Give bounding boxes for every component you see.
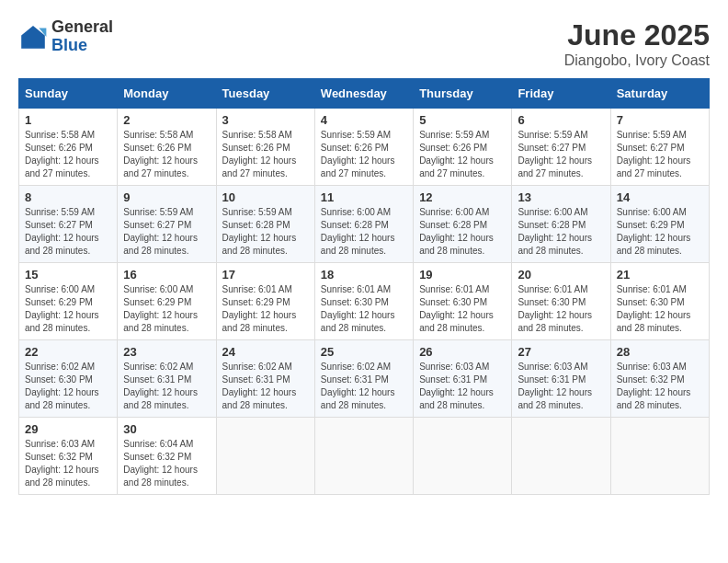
calendar-body: 1Sunrise: 5:58 AM Sunset: 6:26 PM Daylig… <box>19 109 710 495</box>
day-number: 19 <box>419 268 506 282</box>
cell-1-0: 8Sunrise: 5:59 AM Sunset: 6:27 PM Daylig… <box>19 186 118 263</box>
day-info: Sunrise: 6:01 AM Sunset: 6:30 PM Dayligh… <box>419 283 506 335</box>
day-info: Sunrise: 5:59 AM Sunset: 6:27 PM Dayligh… <box>25 206 111 258</box>
cell-4-5 <box>512 418 610 495</box>
day-number: 8 <box>25 190 111 204</box>
day-info: Sunrise: 5:59 AM Sunset: 6:27 PM Dayligh… <box>617 129 703 180</box>
day-number: 21 <box>617 268 703 282</box>
header-sunday: Sunday <box>19 79 118 109</box>
calendar-title: June 2025 <box>564 18 710 52</box>
day-info: Sunrise: 6:00 AM Sunset: 6:29 PM Dayligh… <box>25 283 111 335</box>
day-number: 27 <box>518 345 604 359</box>
day-number: 5 <box>419 113 506 127</box>
day-number: 2 <box>123 113 210 127</box>
header-row: SundayMondayTuesdayWednesdayThursdayFrid… <box>19 79 710 109</box>
cell-2-3: 18Sunrise: 6:01 AM Sunset: 6:30 PM Dayli… <box>314 263 413 340</box>
day-info: Sunrise: 5:59 AM Sunset: 6:27 PM Dayligh… <box>123 206 210 258</box>
day-number: 22 <box>25 345 111 359</box>
day-info: Sunrise: 6:00 AM Sunset: 6:28 PM Dayligh… <box>518 206 604 258</box>
day-number: 29 <box>25 422 111 436</box>
day-info: Sunrise: 6:01 AM Sunset: 6:30 PM Dayligh… <box>617 283 703 335</box>
day-info: Sunrise: 5:58 AM Sunset: 6:26 PM Dayligh… <box>222 129 309 180</box>
cell-4-1: 30Sunrise: 6:04 AM Sunset: 6:32 PM Dayli… <box>118 418 216 495</box>
day-info: Sunrise: 5:59 AM Sunset: 6:26 PM Dayligh… <box>419 129 506 180</box>
logo: General Blue <box>18 18 113 55</box>
day-info: Sunrise: 6:02 AM Sunset: 6:31 PM Dayligh… <box>123 361 210 412</box>
day-info: Sunrise: 6:03 AM Sunset: 6:32 PM Dayligh… <box>25 438 111 489</box>
day-info: Sunrise: 6:03 AM Sunset: 6:31 PM Dayligh… <box>419 361 506 412</box>
week-row-2: 8Sunrise: 5:59 AM Sunset: 6:27 PM Daylig… <box>19 186 710 263</box>
day-info: Sunrise: 6:00 AM Sunset: 6:29 PM Dayligh… <box>123 283 210 335</box>
day-number: 13 <box>518 190 604 204</box>
day-info: Sunrise: 6:00 AM Sunset: 6:29 PM Dayligh… <box>617 206 703 258</box>
day-info: Sunrise: 6:00 AM Sunset: 6:28 PM Dayligh… <box>321 206 407 258</box>
day-info: Sunrise: 5:59 AM Sunset: 6:27 PM Dayligh… <box>518 129 604 180</box>
day-number: 28 <box>617 345 703 359</box>
day-number: 4 <box>321 113 407 127</box>
week-row-5: 29Sunrise: 6:03 AM Sunset: 6:32 PM Dayli… <box>19 418 710 495</box>
day-info: Sunrise: 6:03 AM Sunset: 6:32 PM Dayligh… <box>617 361 703 412</box>
week-row-3: 15Sunrise: 6:00 AM Sunset: 6:29 PM Dayli… <box>19 263 710 340</box>
day-number: 9 <box>123 190 210 204</box>
page-header: General Blue June 2025 Diangobo, Ivory C… <box>18 18 710 69</box>
day-info: Sunrise: 6:01 AM Sunset: 6:29 PM Dayligh… <box>222 283 309 335</box>
day-number: 24 <box>222 345 309 359</box>
header-friday: Friday <box>512 79 610 109</box>
cell-0-3: 4Sunrise: 5:59 AM Sunset: 6:26 PM Daylig… <box>314 109 413 186</box>
day-number: 25 <box>321 345 407 359</box>
cell-3-4: 26Sunrise: 6:03 AM Sunset: 6:31 PM Dayli… <box>414 340 512 418</box>
logo-general: General <box>51 18 113 37</box>
day-number: 20 <box>518 268 604 282</box>
cell-1-6: 14Sunrise: 6:00 AM Sunset: 6:29 PM Dayli… <box>610 186 709 263</box>
cell-3-5: 27Sunrise: 6:03 AM Sunset: 6:31 PM Dayli… <box>512 340 610 418</box>
cell-0-4: 5Sunrise: 5:59 AM Sunset: 6:26 PM Daylig… <box>414 109 512 186</box>
logo-icon <box>18 22 48 52</box>
day-info: Sunrise: 6:03 AM Sunset: 6:31 PM Dayligh… <box>518 361 604 412</box>
day-number: 6 <box>518 113 604 127</box>
cell-3-3: 25Sunrise: 6:02 AM Sunset: 6:31 PM Dayli… <box>314 340 413 418</box>
day-number: 14 <box>617 190 703 204</box>
day-number: 15 <box>25 268 111 282</box>
day-info: Sunrise: 5:59 AM Sunset: 6:28 PM Dayligh… <box>222 206 309 258</box>
cell-0-2: 3Sunrise: 5:58 AM Sunset: 6:26 PM Daylig… <box>216 109 314 186</box>
cell-3-1: 23Sunrise: 6:02 AM Sunset: 6:31 PM Dayli… <box>118 340 216 418</box>
cell-1-5: 13Sunrise: 6:00 AM Sunset: 6:28 PM Dayli… <box>512 186 610 263</box>
header-thursday: Thursday <box>414 79 512 109</box>
day-number: 11 <box>321 190 407 204</box>
day-number: 23 <box>123 345 210 359</box>
calendar-header: SundayMondayTuesdayWednesdayThursdayFrid… <box>19 79 710 109</box>
cell-2-5: 20Sunrise: 6:01 AM Sunset: 6:30 PM Dayli… <box>512 263 610 340</box>
week-row-1: 1Sunrise: 5:58 AM Sunset: 6:26 PM Daylig… <box>19 109 710 186</box>
cell-4-4 <box>414 418 512 495</box>
header-monday: Monday <box>118 79 216 109</box>
cell-2-1: 16Sunrise: 6:00 AM Sunset: 6:29 PM Dayli… <box>118 263 216 340</box>
day-number: 1 <box>25 113 111 127</box>
day-info: Sunrise: 6:01 AM Sunset: 6:30 PM Dayligh… <box>518 283 604 335</box>
day-number: 26 <box>419 345 506 359</box>
cell-3-0: 22Sunrise: 6:02 AM Sunset: 6:30 PM Dayli… <box>19 340 118 418</box>
day-info: Sunrise: 5:59 AM Sunset: 6:26 PM Dayligh… <box>321 129 407 180</box>
day-number: 7 <box>617 113 703 127</box>
cell-2-2: 17Sunrise: 6:01 AM Sunset: 6:29 PM Dayli… <box>216 263 314 340</box>
day-info: Sunrise: 6:01 AM Sunset: 6:30 PM Dayligh… <box>321 283 407 335</box>
header-tuesday: Tuesday <box>216 79 314 109</box>
day-number: 17 <box>222 268 309 282</box>
header-saturday: Saturday <box>610 79 709 109</box>
cell-4-2 <box>216 418 314 495</box>
cell-3-6: 28Sunrise: 6:03 AM Sunset: 6:32 PM Dayli… <box>610 340 709 418</box>
cell-0-0: 1Sunrise: 5:58 AM Sunset: 6:26 PM Daylig… <box>19 109 118 186</box>
cell-0-5: 6Sunrise: 5:59 AM Sunset: 6:27 PM Daylig… <box>512 109 610 186</box>
day-info: Sunrise: 6:00 AM Sunset: 6:28 PM Dayligh… <box>419 206 506 258</box>
cell-4-0: 29Sunrise: 6:03 AM Sunset: 6:32 PM Dayli… <box>19 418 118 495</box>
title-section: June 2025 Diangobo, Ivory Coast <box>564 18 710 69</box>
cell-2-6: 21Sunrise: 6:01 AM Sunset: 6:30 PM Dayli… <box>610 263 709 340</box>
calendar-table: SundayMondayTuesdayWednesdayThursdayFrid… <box>18 78 710 495</box>
cell-4-3 <box>314 418 413 495</box>
cell-2-4: 19Sunrise: 6:01 AM Sunset: 6:30 PM Dayli… <box>414 263 512 340</box>
day-info: Sunrise: 6:02 AM Sunset: 6:31 PM Dayligh… <box>222 361 309 412</box>
week-row-4: 22Sunrise: 6:02 AM Sunset: 6:30 PM Dayli… <box>19 340 710 418</box>
day-number: 12 <box>419 190 506 204</box>
cell-1-1: 9Sunrise: 5:59 AM Sunset: 6:27 PM Daylig… <box>118 186 216 263</box>
day-number: 30 <box>123 422 210 436</box>
day-number: 10 <box>222 190 309 204</box>
